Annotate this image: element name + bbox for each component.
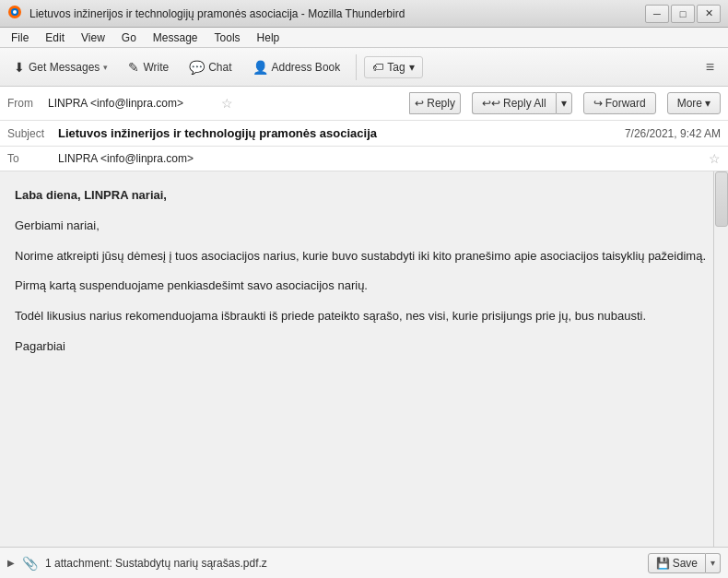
email-para3: Todėl likusius narius rekomenduojama išb… (15, 309, 646, 323)
attachment-clip-icon: 📎 (22, 556, 38, 571)
chat-icon: 💬 (189, 60, 205, 75)
attachment-text: 1 attachment: Sustabdytų narių sąrašas.p… (45, 557, 640, 570)
window-controls: ─ □ ✕ (645, 5, 721, 23)
save-dropdown-button[interactable]: ▾ (706, 553, 721, 573)
reply-button-group: ↩ Reply (409, 92, 461, 114)
menu-tools[interactable]: Tools (207, 29, 248, 46)
menu-view[interactable]: View (74, 29, 112, 46)
write-label: Write (143, 61, 169, 74)
get-messages-icon: ⬇ (14, 60, 25, 75)
save-label: Save (673, 557, 698, 570)
get-messages-dropdown-arrow: ▾ (103, 63, 108, 72)
attachment-expand-button[interactable]: ▶ (7, 558, 15, 568)
menu-help[interactable]: Help (250, 29, 288, 46)
toolbar: ⬇ Get Messages ▾ ✎ Write 💬 Chat 👤 Addres… (0, 48, 728, 87)
attachment-bar: ▶ 📎 1 attachment: Sustabdytų narių sąraš… (0, 547, 728, 578)
email-body-scroll-area[interactable]: Laba diena, LINPRA nariai, Gerbiami nari… (0, 171, 728, 547)
get-messages-label: Get Messages (29, 61, 100, 74)
to-label: To (7, 152, 58, 165)
scroll-thumb[interactable] (715, 171, 728, 227)
write-icon: ✎ (128, 60, 139, 75)
menu-bar: File Edit View Go Message Tools Help (0, 28, 728, 48)
more-label: More (677, 97, 702, 110)
email-body: Laba diena, LINPRA nariai, Gerbiami nari… (0, 171, 728, 383)
reply-button[interactable]: ↩ Reply (409, 92, 461, 114)
save-button-group: 💾 Save ▾ (648, 553, 721, 573)
body-container: Laba diena, LINPRA nariai, Gerbiami nari… (0, 171, 728, 578)
menu-go[interactable]: Go (114, 29, 144, 46)
app-icon (7, 5, 22, 22)
reply-all-dropdown-button[interactable]: ▾ (556, 92, 572, 114)
address-book-button[interactable]: 👤 Address Book (244, 55, 349, 79)
chat-label: Chat (208, 61, 231, 74)
to-row: To LINPRA <info@linpra.com> ☆ (0, 147, 728, 171)
window-title: Lietuvos inžinerijos ir technologijų pra… (29, 7, 638, 20)
chat-button[interactable]: 💬 Chat (181, 55, 240, 79)
reply-icon: ↩ (415, 97, 424, 110)
forward-button[interactable]: ↪ Forward (583, 92, 656, 114)
email-from-row: From LINPRA <info@linpra.com> ☆ ↩ Reply … (0, 87, 728, 121)
more-dropdown-arrow: ▾ (705, 97, 710, 110)
tag-label: Tag (387, 61, 405, 74)
tag-icon: 🏷 (372, 61, 383, 74)
to-star-icon[interactable]: ☆ (709, 151, 721, 166)
subject-value: Lietuvos inžinerijos ir technologijų pra… (58, 126, 625, 140)
address-book-label: Address Book (272, 61, 341, 74)
title-bar: Lietuvos inžinerijos ir technologijų pra… (0, 0, 728, 28)
more-button[interactable]: More ▾ (667, 92, 721, 114)
close-button[interactable]: ✕ (697, 5, 721, 23)
maximize-button[interactable]: □ (671, 5, 695, 23)
tag-button[interactable]: 🏷 Tag ▾ (364, 56, 422, 78)
subject-row: Subject Lietuvos inžinerijos ir technolo… (0, 121, 728, 147)
hamburger-menu-button[interactable]: ≡ (698, 54, 722, 80)
write-button[interactable]: ✎ Write (120, 55, 177, 79)
toolbar-separator (356, 54, 357, 80)
from-label: From (7, 97, 44, 110)
save-button[interactable]: 💾 Save (648, 553, 706, 573)
svg-point-2 (13, 10, 17, 14)
get-messages-button[interactable]: ⬇ Get Messages ▾ (6, 55, 116, 79)
to-value: LINPRA <info@linpra.com> (58, 152, 709, 165)
email-closing: Pagarbiai (15, 339, 65, 353)
forward-icon: ↪ (593, 97, 603, 110)
minimize-button[interactable]: ─ (645, 5, 669, 23)
save-icon: 💾 (656, 557, 670, 570)
date-value: 7/26/2021, 9:42 AM (625, 127, 721, 140)
reply-label: Reply (427, 97, 455, 110)
reply-all-button[interactable]: ↩↩ Reply All (472, 92, 556, 114)
email-greeting: Laba diena, LINPRA nariai, (15, 188, 167, 202)
scroll-bar[interactable] (713, 171, 728, 547)
reply-all-button-group: ↩↩ Reply All ▾ (472, 92, 572, 114)
reply-all-icon: ↩↩ (482, 97, 500, 110)
menu-edit[interactable]: Edit (38, 29, 72, 46)
email-header-area: From LINPRA <info@linpra.com> ☆ ↩ Reply … (0, 87, 728, 171)
menu-file[interactable]: File (4, 29, 36, 46)
menu-message[interactable]: Message (146, 29, 205, 46)
email-para2: Pirmą kartą suspenduojame penkiasdešimt … (15, 278, 368, 292)
from-star-icon[interactable]: ☆ (221, 96, 233, 111)
email-salutation: Gerbiami nariai, (15, 218, 100, 232)
email-para1: Norime atkreipti jūsų dėmesį į tuos asoc… (15, 249, 706, 263)
forward-label: Forward (605, 97, 646, 110)
main-container: From LINPRA <info@linpra.com> ☆ ↩ Reply … (0, 87, 728, 578)
reply-all-label: Reply All (503, 97, 546, 110)
address-book-icon: 👤 (252, 60, 268, 75)
tag-dropdown-arrow: ▾ (409, 61, 415, 74)
subject-label: Subject (7, 127, 58, 140)
from-value: LINPRA <info@linpra.com> (48, 97, 217, 110)
